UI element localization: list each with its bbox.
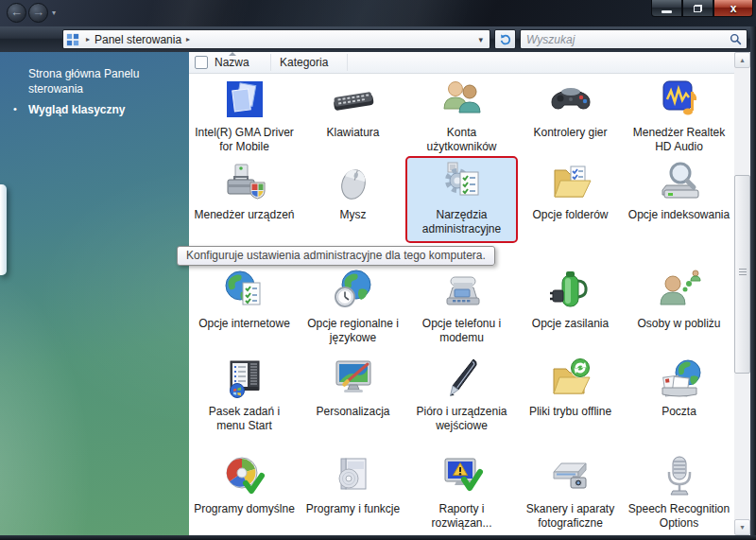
item-user-accounts[interactable]: Konta użytkowników — [407, 76, 516, 159]
item-internet-options[interactable]: Opcje internetowe — [190, 267, 299, 350]
pen-input-icon — [439, 356, 485, 401]
item-personalization[interactable]: Personalizacja — [299, 355, 407, 438]
caption-buttons: x — [651, 0, 753, 17]
item-intel-gma[interactable]: Intel(R) GMA Driver for Mobile — [190, 76, 299, 159]
item-label: Poczta — [662, 405, 696, 419]
sidebar-item-classic-view[interactable]: Wygląd klasyczny — [28, 103, 126, 116]
scanners-cameras-icon — [548, 453, 593, 498]
icon-row: Menedżer urządzeńMyszNarzędzia administr… — [190, 158, 733, 241]
item-reports-solutions[interactable]: Raporty i rozwiązan... — [407, 452, 516, 535]
refresh-button[interactable] — [494, 29, 516, 49]
bullet-icon: • — [13, 103, 17, 114]
item-taskbar-start-menu[interactable]: Pasek zadań i menu Start — [190, 355, 299, 438]
item-label: Opcje folderów — [532, 208, 608, 222]
scrollbar-thumb[interactable] — [734, 175, 750, 374]
restore-button[interactable] — [682, 0, 713, 17]
tooltip: Konfiguruje ustawienia administracyjne d… — [177, 246, 495, 266]
item-label: Opcje internetowe — [198, 317, 290, 331]
column-divider — [270, 54, 271, 71]
item-label: Skanery i aparaty fotograficzne — [520, 502, 622, 531]
item-label: Menedżer urządzeń — [194, 208, 294, 222]
item-label: Pliki trybu offline — [529, 405, 611, 419]
item-label: Programy domyślne — [194, 502, 295, 516]
minimize-icon — [662, 10, 672, 13]
item-game-controllers[interactable]: Kontrolery gier — [516, 76, 625, 159]
breadcrumb[interactable]: Panel sterowania — [94, 33, 181, 46]
item-label: Osoby w pobliżu — [637, 317, 720, 331]
item-regional-options[interactable]: Opcje regionalne i językowe — [299, 267, 407, 350]
task-pane: Strona główna Panelu sterowania • Wygląd… — [0, 52, 189, 535]
recent-pages-dropdown[interactable]: ▾ — [52, 9, 56, 17]
title-bar — [0, 0, 756, 26]
minimize-button[interactable] — [651, 0, 682, 17]
default-programs-icon — [222, 453, 267, 498]
icon-row: Opcje internetoweOpcje regionalne i języ… — [190, 267, 733, 350]
forward-button[interactable]: → — [28, 3, 48, 23]
item-realtek-audio[interactable]: Menedżer Realtek HD Audio — [625, 76, 733, 159]
select-all-checkbox[interactable] — [195, 56, 208, 69]
item-label: Mysz — [340, 208, 367, 222]
icon-row: Intel(R) GMA Driver for MobileKlawiatura… — [190, 76, 733, 159]
mouse-icon — [331, 159, 376, 204]
offline-files-icon — [548, 356, 593, 401]
personalization-icon — [331, 356, 376, 401]
item-label: Opcje indeksowania — [628, 208, 730, 222]
item-label: Speech Recognition Options — [628, 502, 730, 531]
address-bar[interactable]: ▸ Panel sterowania ▸ ▾ — [62, 29, 490, 49]
item-phone-modem[interactable]: Opcje telefonu i modemu — [407, 267, 516, 350]
item-default-programs[interactable]: Programy domyślne — [190, 452, 299, 535]
folder-options-icon — [548, 159, 593, 204]
address-dropdown-icon[interactable]: ▾ — [472, 35, 490, 44]
item-offline-files[interactable]: Pliki trybu offline — [516, 355, 625, 438]
item-speech-recognition[interactable]: Speech Recognition Options — [625, 452, 733, 535]
item-label: Personalizacja — [316, 405, 389, 419]
item-device-manager[interactable]: Menedżer urządzeń — [190, 158, 299, 241]
window-frame-right — [750, 26, 756, 540]
item-label: Raporty i rozwiązan... — [411, 502, 513, 531]
close-button[interactable]: x — [713, 0, 753, 17]
item-pen-input[interactable]: Pióro i urządzenia wejściowe — [407, 355, 516, 438]
search-input[interactable] — [521, 33, 730, 46]
item-label: Programy i funkcje — [306, 502, 400, 516]
regional-options-icon — [331, 268, 376, 313]
item-programs-features[interactable]: Programy i funkcje — [299, 452, 407, 535]
item-admin-tools[interactable]: Narzędzia administracyjne — [407, 158, 516, 241]
realtek-audio-icon — [657, 77, 702, 122]
column-category[interactable]: Kategoria — [280, 56, 328, 69]
search-icon[interactable] — [730, 33, 742, 45]
breadcrumb-arrow-icon[interactable]: ▸ — [181, 35, 195, 44]
item-power-options[interactable]: Opcje zasilania — [516, 267, 625, 350]
item-label: Intel(R) GMA Driver for Mobile — [194, 126, 296, 154]
item-indexing-options[interactable]: Opcje indeksowania — [625, 158, 733, 241]
breadcrumb-arrow-icon: ▸ — [81, 35, 94, 44]
refresh-icon — [499, 33, 512, 46]
item-mail[interactable]: Poczta — [625, 355, 733, 438]
phone-modem-icon — [439, 268, 485, 313]
item-people-near-me[interactable]: Osoby w pobliżu — [625, 267, 733, 350]
item-keyboard[interactable]: Klawiatura — [299, 76, 407, 159]
speech-recognition-icon — [657, 453, 702, 498]
back-button[interactable]: ← — [7, 3, 26, 23]
column-name[interactable]: Nazwa — [215, 56, 249, 69]
background-window-edge[interactable] — [0, 184, 7, 275]
mail-icon — [657, 356, 702, 401]
item-folder-options[interactable]: Opcje folderów — [516, 158, 625, 241]
power-options-icon — [548, 268, 593, 313]
internet-options-icon — [222, 268, 267, 313]
search-box — [520, 29, 747, 49]
items-view: Nazwa Kategoria Intel(R) GMA Driver for … — [189, 52, 734, 535]
item-label: Opcje telefonu i modemu — [411, 317, 513, 345]
item-label: Pasek zadań i menu Start — [194, 405, 296, 433]
sidebar-item-control-panel-home[interactable]: Strona główna Panelu sterowania — [28, 66, 172, 96]
item-scanners-cameras[interactable]: Skanery i aparaty fotograficzne — [516, 452, 625, 535]
item-mouse[interactable]: Mysz — [299, 158, 407, 241]
close-icon: x — [730, 1, 737, 16]
programs-features-icon — [331, 453, 376, 498]
icon-row: Pasek zadań i menu StartPersonalizacjaPi… — [190, 355, 733, 438]
control-panel-icon — [66, 33, 79, 46]
intel-gma-icon — [222, 77, 267, 122]
scroll-up-icon[interactable]: ▴ — [734, 52, 750, 68]
vertical-scrollbar[interactable]: ▴ ▾ — [734, 52, 750, 535]
scroll-down-icon[interactable]: ▾ — [734, 519, 750, 535]
item-label: Narzędzia administracyjne — [411, 208, 513, 236]
